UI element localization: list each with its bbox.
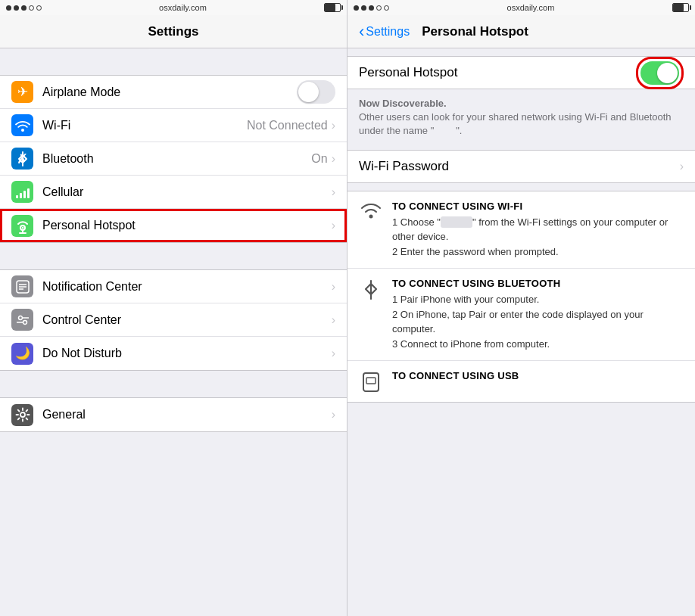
usb-connect-text: TO CONNECT USING USB	[392, 370, 684, 384]
bar-4	[27, 188, 30, 198]
back-chevron-icon: ‹	[359, 23, 364, 40]
row-notification-center[interactable]: Notification Center ›	[0, 270, 347, 303]
hotspot-toggle-switch[interactable]	[640, 61, 679, 85]
wifi-icon	[15, 120, 30, 132]
gap-3	[0, 371, 347, 397]
wifi-connect-heading: TO CONNECT USING WI-FI	[392, 201, 684, 212]
general-label: General	[42, 408, 332, 422]
usb-connect-heading: TO CONNECT USING USB	[392, 370, 684, 381]
right-battery-fill	[673, 4, 684, 11]
airplane-toggle[interactable]	[297, 80, 335, 104]
gap-1	[0, 48, 347, 75]
airplane-icon-box: ✈	[11, 81, 33, 103]
r-dot-1	[354, 5, 359, 11]
row-personal-hotspot[interactable]: Personal Hotspot ›	[0, 209, 347, 242]
dot-5	[36, 5, 42, 11]
notification-chevron: ›	[332, 280, 335, 294]
dot-4	[29, 5, 34, 11]
row-wifi[interactable]: Wi-Fi Not Connected ›	[0, 109, 347, 142]
wifi-password-chevron: ›	[680, 160, 684, 173]
notification-icon-box	[11, 275, 33, 297]
svg-point-6	[18, 316, 22, 319]
section-system: Notification Center › Control Center ›	[0, 269, 347, 371]
dot-2	[14, 5, 19, 11]
section-general: General ›	[0, 397, 347, 432]
wifi-password-label: Wi-Fi Password	[359, 159, 680, 174]
bluetooth-connect-heading: TO CONNECT USING BLUETOOTH	[392, 278, 684, 289]
bar-2	[20, 193, 22, 198]
right-status-bar: osxdaily.com	[348, 0, 695, 15]
bluetooth-value: On	[311, 152, 327, 166]
section-connectivity: ✈ Airplane Mode Wi-Fi Not Connected ›	[0, 75, 347, 243]
bluetooth-icon-box: ✗	[11, 148, 33, 170]
row-control-center[interactable]: Control Center ›	[0, 303, 347, 337]
svg-rect-12	[363, 373, 379, 391]
right-panel: osxdaily.com ‹ Settings Personal Hotspot…	[348, 0, 695, 616]
hotspot-toggle-label: Personal Hotspot	[359, 65, 636, 80]
hotspot-toggle-row[interactable]: Personal Hotspot	[348, 56, 695, 89]
r-dot-4	[376, 5, 382, 11]
control-label: Control Center	[42, 313, 332, 327]
airplane-icon: ✈	[17, 86, 28, 98]
left-status-bar: osxdaily.com	[0, 0, 347, 15]
svg-point-7	[23, 320, 26, 324]
dnd-icon-box: 🌙	[11, 343, 33, 365]
bluetooth-connect-text: TO CONNECT USING BLUETOOTH 1 Pair iPhone…	[392, 278, 684, 351]
svg-point-11	[369, 214, 373, 218]
right-signal-dots	[354, 5, 389, 11]
signal-dots	[6, 5, 42, 11]
bluetooth-connect-row: TO CONNECT USING BLUETOOTH 1 Pair iPhone…	[348, 269, 695, 361]
gap-top	[348, 48, 695, 56]
bt-step-2: 2 On iPhone, tap Pair or enter the code …	[392, 307, 684, 337]
dnd-chevron: ›	[332, 347, 335, 360]
row-airplane-mode[interactable]: ✈ Airplane Mode	[0, 76, 347, 109]
usb-connect-svg	[360, 372, 382, 393]
hotspot-label: Personal Hotspot	[42, 219, 332, 232]
left-nav-title: Settings	[148, 24, 198, 39]
wifi-connect-text: TO CONNECT USING WI-FI 1 Choose " " from…	[392, 201, 684, 260]
svg-point-10	[20, 412, 25, 417]
dot-3	[21, 5, 26, 11]
airplane-label: Airplane Mode	[42, 86, 297, 99]
wifi-step-1: 1 Choose " " from the Wi-Fi settings on …	[392, 215, 684, 244]
discoverable-section: Now Discoverable. Other users can look f…	[348, 89, 695, 150]
bluetooth-connect-icon	[359, 278, 383, 300]
notification-icon	[15, 279, 30, 294]
back-label: Settings	[366, 25, 410, 39]
row-bluetooth[interactable]: ✗ Bluetooth On ›	[0, 142, 347, 176]
hotspot-icon-box	[11, 215, 33, 237]
battery-fill	[325, 4, 335, 11]
left-battery-icon	[324, 3, 341, 12]
right-nav-title: Personal Hotspot	[422, 24, 528, 39]
control-icon	[15, 313, 30, 328]
usb-connect-icon	[359, 370, 383, 393]
control-icon-box	[11, 309, 33, 331]
wifi-chevron: ›	[332, 119, 335, 132]
notification-label: Notification Center	[42, 280, 332, 294]
r-dot-3	[369, 5, 374, 11]
discoverable-body: Other users can look for your shared net…	[359, 111, 672, 136]
row-do-not-disturb[interactable]: 🌙 Do Not Disturb ›	[0, 337, 347, 370]
cellular-icon-box	[11, 181, 33, 203]
svg-rect-13	[366, 378, 376, 384]
r-dot-2	[361, 5, 366, 11]
wifi-value: Not Connected	[247, 119, 328, 132]
wifi-label: Wi-Fi	[42, 119, 247, 132]
row-general[interactable]: General ›	[0, 398, 347, 431]
wifi-connect-icon	[359, 201, 383, 219]
back-button[interactable]: ‹ Settings	[359, 23, 410, 40]
gap-2	[0, 243, 347, 269]
gap-mid	[348, 183, 695, 191]
cellular-chevron: ›	[332, 185, 335, 199]
row-cellular[interactable]: Cellular ›	[0, 176, 347, 209]
wifi-password-row[interactable]: Wi-Fi Password ›	[348, 150, 695, 183]
general-chevron: ›	[332, 408, 335, 422]
network-name-placeholder	[441, 216, 472, 228]
svg-point-1	[21, 227, 23, 229]
gear-icon-box	[11, 404, 33, 426]
hotspot-icon	[14, 217, 31, 234]
wifi-icon-box	[11, 114, 33, 136]
cellular-icon	[16, 186, 30, 198]
left-url: osxdaily.com	[159, 3, 207, 12]
bt-step-1: 1 Pair iPhone with your computer.	[392, 292, 684, 307]
